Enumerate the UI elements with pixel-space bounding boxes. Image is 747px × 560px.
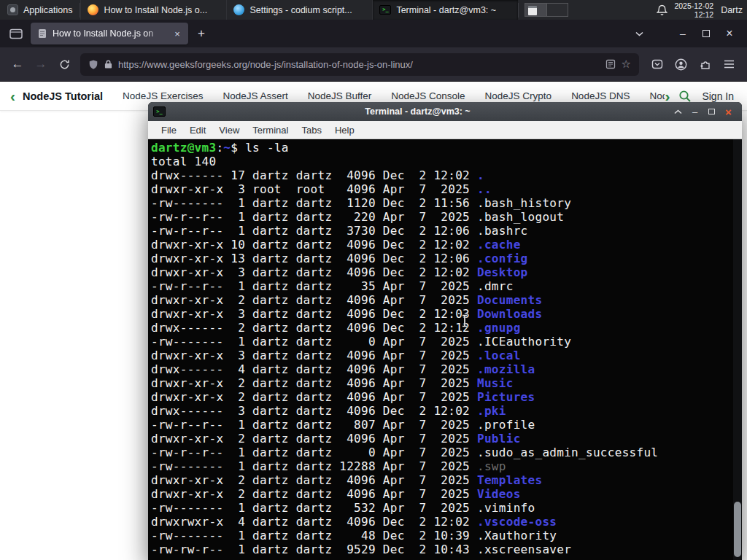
maximize-icon (708, 109, 715, 114)
terminal-minimize-button[interactable]: – (686, 104, 703, 119)
tracking-shield-icon (88, 59, 98, 70)
terminal-window: Terminal - dartz@vm3: ~ – × FileEditView… (148, 102, 742, 560)
terminal-text: drwxr-xr-x 2 dartz dartz 4096 Apr 7 2025 (151, 487, 477, 501)
terminal-text: .xscreensaver (477, 542, 571, 556)
taskbar-button[interactable]: Settings - codium script... (226, 0, 372, 20)
terminal-text: drwxrwxr-x 4 dartz dartz 4096 Dec 2 12:0… (151, 515, 477, 529)
menu-item-edit[interactable]: Edit (183, 125, 212, 136)
terminal-text: .profile (477, 418, 535, 432)
nav-item[interactable]: Node (649, 90, 665, 101)
nav-item[interactable]: NodeJS Console (391, 90, 465, 101)
firefox-view-icon (9, 28, 23, 39)
nav-item[interactable]: NodeJS Tutorial (23, 90, 103, 102)
terminal-titlebar[interactable]: Terminal - dartz@vm3: ~ – × (148, 102, 742, 121)
terminal-icon (379, 5, 391, 15)
terminal-text: .swp (477, 459, 506, 473)
menu-item-help[interactable]: Help (328, 125, 361, 136)
terminal-text: ~ (223, 141, 231, 155)
terminal-text: : (216, 141, 223, 155)
terminal-text: .pki (477, 404, 506, 418)
site-nav-items: NodeJS TutorialNodeJS ExercisesNodeJS As… (23, 90, 665, 102)
terminal-text: -rw------- 1 dartz dartz 12288 Apr 7 202… (151, 459, 477, 473)
nav-item[interactable]: NodeJS DNS (571, 90, 630, 101)
hamburger-icon (724, 60, 735, 69)
terminal-shade-button[interactable] (670, 104, 686, 119)
menu-item-file[interactable]: File (155, 125, 183, 136)
panel-separator (518, 3, 519, 18)
bell-icon (657, 4, 667, 16)
nav-scroll-right[interactable]: › (665, 88, 670, 104)
pocket-button[interactable] (645, 52, 669, 76)
terminal-text: total 140 (151, 155, 216, 168)
terminal-close-button[interactable]: × (720, 104, 737, 119)
user-menu[interactable]: Dartz (721, 5, 743, 15)
terminal-text: Templates (477, 473, 542, 487)
menu-item-tabs[interactable]: Tabs (295, 125, 328, 136)
terminal-text: $ ls -la (231, 141, 288, 155)
bookmark-star-button[interactable]: ☆ (622, 58, 631, 71)
search-icon (678, 90, 692, 103)
terminal-text: Videos (477, 487, 521, 501)
window-minimize-button[interactable]: – (671, 22, 694, 45)
window-close-button[interactable]: × (718, 22, 741, 45)
sign-in-button[interactable]: Sign In (702, 90, 734, 102)
browser-nav-toolbar: ← → https://www.geeksforgeeks.org/node-j… (0, 47, 747, 82)
terminal-text: .mozilla (477, 362, 535, 376)
forward-button[interactable]: → (29, 52, 53, 76)
extensions-button[interactable] (693, 52, 717, 76)
nav-scroll-left[interactable]: ‹ (10, 88, 15, 104)
terminal-text: drwxr-xr-x 2 dartz dartz 4096 Apr 7 2025 (151, 390, 477, 404)
scrollbar-thumb[interactable] (734, 502, 741, 557)
terminal-text: dartz@vm3 (151, 141, 216, 155)
terminal-text: Desktop (477, 265, 528, 279)
workspace-1[interactable] (525, 4, 546, 16)
url-bar[interactable]: https://www.geeksforgeeks.org/node-js/in… (80, 53, 639, 76)
nav-item[interactable]: NodeJS Buffer (308, 90, 372, 101)
browser-tab[interactable]: How to Install Node.js on × (31, 23, 188, 44)
applications-icon (7, 4, 18, 15)
menu-item-terminal[interactable]: Terminal (246, 125, 295, 136)
menu-button[interactable] (717, 52, 741, 76)
applications-menu[interactable]: Applications (0, 0, 80, 20)
workspace-2[interactable] (546, 4, 568, 16)
nav-item[interactable]: NodeJS Assert (222, 90, 287, 101)
terminal-maximize-button[interactable] (703, 104, 720, 119)
terminal-text: drwx------ 2 dartz dartz 4096 Dec 2 12:1… (151, 321, 477, 335)
reload-button[interactable] (53, 52, 76, 76)
reader-view-icon[interactable] (605, 59, 616, 69)
new-tab-button[interactable]: + (191, 23, 212, 44)
terminal-text: .bash_history (477, 196, 571, 210)
pocket-icon (651, 58, 663, 70)
terminal-scrollbar[interactable] (733, 139, 742, 560)
terminal-text: .config (477, 252, 528, 265)
browser-tab-bar: How to Install Node.js on × + – × (0, 20, 747, 47)
firefox-view-button[interactable] (6, 23, 26, 44)
panel-clock[interactable]: 2025-12-02 12:12 (674, 1, 713, 19)
terminal-app-icon (153, 106, 166, 117)
nav-item[interactable]: NodeJS Crypto (485, 90, 552, 101)
terminal-text: .. (477, 182, 492, 196)
terminal-text: .gnupg (477, 321, 521, 335)
window-maximize-button[interactable] (694, 22, 718, 45)
taskbar-button[interactable]: Terminal - dartz@vm3: ~ (372, 0, 518, 20)
account-button[interactable] (669, 52, 693, 76)
terminal-text: drwxr-xr-x 13 dartz dartz 4096 Dec 2 12:… (151, 252, 477, 265)
taskbar-button[interactable]: How to Install Node.js o... (80, 0, 226, 20)
tab-close-button[interactable]: × (170, 26, 185, 41)
terminal-output: dartz@vm3:~$ ls -la total 140 drwx------… (148, 139, 742, 556)
notifications-button[interactable] (652, 0, 671, 20)
menu-item-view[interactable]: View (212, 125, 246, 136)
terminal-screen[interactable]: dartz@vm3:~$ ls -la total 140 drwx------… (148, 139, 742, 560)
terminal-text: .bash_logout (477, 210, 564, 224)
terminal-text: drwxr-xr-x 3 dartz dartz 4096 Dec 2 12:0… (151, 265, 477, 279)
terminal-text: .dmrc (477, 279, 514, 293)
back-button[interactable]: ← (6, 52, 29, 76)
mouse-cursor (461, 314, 468, 330)
workspace-switcher[interactable] (525, 3, 568, 17)
terminal-text: drwxr-xr-x 2 dartz dartz 4096 Apr 7 2025 (151, 473, 477, 487)
nav-item[interactable]: NodeJS Exercises (123, 90, 203, 101)
terminal-text: Music (477, 376, 514, 390)
terminal-text: -rw-r--r-- 1 dartz dartz 0 Apr 7 2025 (151, 446, 477, 459)
terminal-text: .vscode-oss (477, 515, 557, 529)
list-all-tabs-button[interactable] (629, 23, 649, 44)
